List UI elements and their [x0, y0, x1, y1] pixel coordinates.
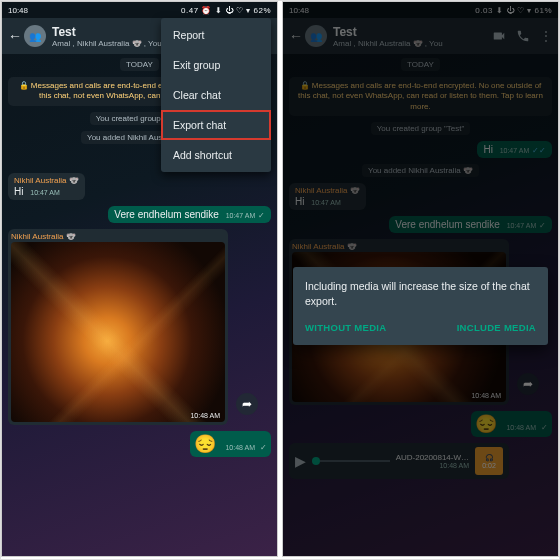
voice-call-icon[interactable]: [516, 29, 530, 43]
message-time: 10:47 AM: [30, 189, 60, 196]
video-call-icon[interactable]: [492, 29, 506, 43]
dialog-message: Including media will increase the size o…: [305, 279, 536, 308]
forward-icon[interactable]: ➦: [236, 393, 258, 415]
overflow-menu: Report Exit group Clear chat Export chat…: [161, 18, 271, 172]
header-actions: ⋮: [492, 29, 552, 43]
system-message: You created group "Test": [371, 122, 471, 135]
message-time: 10:48 AM: [225, 444, 255, 451]
message-time: 10:48 AM: [471, 392, 501, 399]
message-out[interactable]: 😔 10:48 AM ✓: [190, 431, 271, 457]
status-icons: 0.03 ⬇ ⏻ ♡ ▾ 61%: [475, 6, 552, 15]
message-time: 10:48 AM: [506, 424, 536, 431]
sent-tick-icon: ✓: [539, 221, 546, 230]
chat-subtitle: Amal , Nikhil Australia 🐨 , You: [333, 39, 492, 48]
message-in[interactable]: Nikhil Australia 🐨 Hi 10:47 AM: [289, 183, 366, 210]
message-time: 10:48 AM: [190, 412, 220, 419]
menu-item-export-chat[interactable]: Export chat: [161, 110, 271, 140]
sent-tick-icon: ✓: [258, 211, 265, 220]
sent-tick-icon: ✓: [541, 423, 548, 432]
export-dialog: Including media will increase the size o…: [293, 267, 548, 345]
audio-track[interactable]: [312, 460, 390, 462]
include-media-button[interactable]: INCLUDE MEDIA: [457, 322, 536, 333]
clock: 10:48: [8, 6, 28, 15]
message-sender: Nikhil Australia 🐨: [11, 232, 225, 241]
group-avatar[interactable]: 👥: [24, 25, 46, 47]
play-icon[interactable]: ▶: [295, 453, 306, 469]
message-time: 10:48 AM: [439, 462, 469, 469]
message-time: 10:47 AM: [507, 222, 537, 229]
menu-item-exit-group[interactable]: Exit group: [161, 50, 271, 80]
message-text: Hi: [295, 196, 304, 207]
system-message: You added Nikhil Australia 🐨: [362, 164, 479, 177]
status-bar: 10:48 0.03 ⬇ ⏻ ♡ ▾ 61%: [283, 2, 558, 18]
headphones-icon: 🎧 0:02: [475, 447, 503, 475]
date-chip: TODAY: [120, 58, 159, 71]
audio-duration: 0:02: [482, 462, 496, 469]
message-out[interactable]: 😔 10:48 AM ✓: [471, 411, 552, 437]
message-text: Vere endhelum sendike: [395, 219, 500, 230]
status-icons: 0.47 ⏰ ⬇ ⏻ ♡ ▾ 62%: [181, 6, 271, 15]
date-chip: TODAY: [401, 58, 440, 71]
back-icon[interactable]: ←: [8, 28, 22, 44]
phone-left: 10:48 0.47 ⏰ ⬇ ⏻ ♡ ▾ 62% ← 👥 Test Amal ,…: [1, 1, 278, 557]
clock: 10:48: [289, 6, 309, 15]
chat-header: ← 👥 Test Amal , Nikhil Australia 🐨 , You…: [283, 18, 558, 54]
menu-item-clear-chat[interactable]: Clear chat: [161, 80, 271, 110]
back-icon[interactable]: ←: [289, 28, 303, 44]
message-image[interactable]: Nikhil Australia 🐨 10:48 AM ➦: [8, 229, 228, 425]
message-sender: Nikhil Australia 🐨: [292, 242, 506, 251]
message-emoji: 😔: [194, 434, 216, 454]
chat-title-block[interactable]: Test Amal , Nikhil Australia 🐨 , You: [333, 25, 492, 48]
message-text: Hi: [14, 186, 23, 197]
message-time: 10:47 AM: [500, 147, 530, 154]
more-icon[interactable]: ⋮: [540, 29, 552, 43]
encryption-notice[interactable]: 🔒 Messages and calls are end-to-end encr…: [289, 77, 552, 116]
message-text: Vere endhelum sendike: [114, 209, 219, 220]
message-text: Hi: [483, 144, 492, 155]
read-ticks-icon: ✓✓: [532, 146, 546, 155]
message-out[interactable]: Hi 10:47 AM ✓✓: [477, 141, 552, 158]
menu-item-add-shortcut[interactable]: Add shortcut: [161, 140, 271, 170]
message-time: 10:47 AM: [226, 212, 256, 219]
message-audio[interactable]: ▶ AUD-20200814-W… 10:48 AM 🎧 0:02: [289, 443, 509, 479]
message-emoji: 😔: [475, 414, 497, 434]
chat-title: Test: [333, 25, 492, 39]
message-in[interactable]: Nikhil Australia 🐨 Hi 10:47 AM: [8, 173, 85, 200]
message-sender: Nikhil Australia 🐨: [295, 186, 360, 195]
without-media-button[interactable]: WITHOUT MEDIA: [305, 322, 386, 333]
forward-icon[interactable]: ➦: [517, 373, 539, 395]
message-sender: Nikhil Australia 🐨: [14, 176, 79, 185]
message-out[interactable]: Vere endhelum sendike 10:47 AM ✓: [389, 216, 552, 233]
phone-right: 10:48 0.03 ⬇ ⏻ ♡ ▾ 61% ← 👥 Test Amal , N…: [282, 1, 559, 557]
audio-filename: AUD-20200814-W…: [396, 453, 469, 462]
group-avatar[interactable]: 👥: [305, 25, 327, 47]
message-out[interactable]: Vere endhelum sendike 10:47 AM ✓: [108, 206, 271, 223]
message-time: 10:47 AM: [311, 199, 341, 206]
status-bar: 10:48 0.47 ⏰ ⬇ ⏻ ♡ ▾ 62%: [2, 2, 277, 18]
sent-tick-icon: ✓: [260, 443, 267, 452]
image-content: [11, 242, 225, 422]
menu-item-report[interactable]: Report: [161, 20, 271, 50]
